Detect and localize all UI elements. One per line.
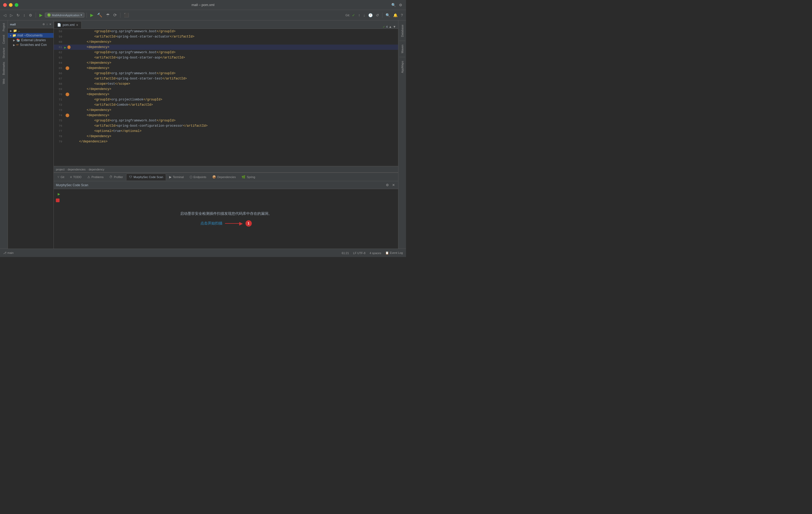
panel-settings-icon[interactable]: ⚙	[385, 182, 390, 188]
toolbar-separator-3	[120, 12, 120, 18]
status-position[interactable]: 61:21	[341, 251, 350, 255]
forward-icon[interactable]: ▷	[9, 12, 14, 18]
sidebar-item-web[interactable]: Web	[2, 77, 6, 85]
sidebar-appmaps-label[interactable]: AppMaps	[400, 59, 405, 75]
tab-murphysec-label: MurphySec Code Scan	[134, 175, 163, 179]
project-close-icon[interactable]: ✕	[49, 23, 51, 26]
tab-git[interactable]: ⑂ Git	[55, 174, 67, 180]
close-button[interactable]	[3, 3, 7, 7]
scroll-up-icon[interactable]: ▲	[389, 25, 392, 29]
tab-problems-label: Problems	[91, 175, 104, 179]
line-num-70: 70	[54, 92, 64, 97]
run-config-button[interactable]: ▶	[89, 12, 95, 18]
tab-problems[interactable]: ⚠ Problems	[85, 174, 106, 180]
tree-item-dotdot[interactable]: ▶ 📁 ..	[8, 28, 54, 33]
bottom-panel: ⑂ Git ≡ TODO ⚠ Problems ⏱ Profiler	[54, 173, 398, 249]
sidebar-maven-label[interactable]: Maven	[400, 42, 405, 55]
back-icon[interactable]: ◁	[2, 12, 8, 18]
project-panel: mall ⚙ ↕ ✕ ▶ 📁 .. ▾ 📁 mall ~/Documents ▶…	[8, 21, 54, 249]
tree-item-ext-label: External Libraries	[21, 38, 46, 42]
status-indent[interactable]: 4 spaces	[369, 251, 382, 255]
scan-arrow-indicator: 点击开始扫描 ▶ 1	[200, 220, 252, 227]
nav-icon-3[interactable]: ↕	[22, 12, 27, 18]
git-history-icon[interactable]: 🕐	[367, 12, 374, 18]
breakpoint-icon-70[interactable]	[65, 92, 69, 96]
sidebar-item-bookmarks[interactable]: Bookmarks	[2, 60, 6, 77]
minimize-button[interactable]	[9, 3, 12, 7]
code-line-66: 66 <groupId>org.springframework.boot</gr…	[54, 71, 398, 76]
tree-item-ext-libs[interactable]: ▶ 📚 External Libraries	[8, 38, 54, 42]
tab-terminal[interactable]: ▶ Terminal	[167, 174, 186, 180]
tab-dependencies[interactable]: 📦 Dependencies	[209, 174, 238, 180]
line-content-60: </dependency>	[70, 39, 398, 44]
panel-close-icon[interactable]: ✕	[391, 182, 396, 188]
line-content-61: <dependency>	[70, 45, 398, 50]
status-branch[interactable]: ⎇ main	[2, 251, 15, 255]
window-controls	[3, 3, 18, 7]
code-line-75: 75 <groupId>org.springframework.boot</gr…	[54, 118, 398, 123]
panel-header: MurphySec Code Scan ⚙ ✕	[54, 181, 398, 189]
status-event-log[interactable]: 📋 Event Log	[384, 251, 404, 255]
tab-todo[interactable]: ≡ TODO	[67, 174, 84, 180]
global-search-icon[interactable]: 🔍	[384, 12, 391, 18]
status-encoding[interactable]: LF UTF-8	[352, 251, 367, 255]
breakpoint-icon-61[interactable]	[67, 46, 70, 49]
git-counter-icon: ✓	[383, 25, 385, 29]
breakpoint-icon-65[interactable]	[65, 66, 69, 70]
tab-murphysec[interactable]: 🛡 MurphySec Code Scan	[126, 174, 166, 180]
sidebar-database-label[interactable]: Database	[400, 23, 405, 39]
code-line-72: 72 <artifactId>lombok</artifactId>	[54, 102, 398, 108]
tab-spring[interactable]: 🌿 Spring	[239, 174, 258, 180]
breakpoint-icon-74[interactable]	[65, 114, 69, 117]
code-editor[interactable]: 58 <groupId>org.springframework.boot</gr…	[54, 29, 398, 166]
code-line-60: 60 </dependency>	[54, 39, 398, 45]
git-check-icon[interactable]: ✓	[351, 12, 356, 18]
tree-item-scratches[interactable]: ▶ ✏ Scratches and Con	[8, 42, 54, 47]
profile-button[interactable]: ⟳	[112, 12, 118, 18]
line-content-77: <optional>true</optional>	[70, 129, 398, 134]
gutter-61: ▶	[64, 46, 70, 49]
terminal-tab-icon: ▶	[169, 175, 172, 179]
maximize-button[interactable]	[15, 3, 18, 7]
tab-endpoints[interactable]: ⬡ Endpoints	[187, 174, 209, 180]
tab-close-icon[interactable]: ✕	[76, 24, 78, 27]
help-icon[interactable]: ?	[400, 12, 404, 18]
app-selector[interactable]: 🟢 MallAdminApplication ▾	[45, 12, 84, 18]
git-revert-icon[interactable]: ↺	[375, 12, 380, 18]
toolbar-separator	[36, 12, 36, 18]
scan-stop-button[interactable]	[56, 199, 60, 202]
right-sidebar: Database Maven AppMaps	[398, 21, 406, 249]
sidebar-item-project[interactable]: Project	[2, 22, 6, 33]
git-push-icon[interactable]: ↑	[357, 12, 361, 18]
breadcrumb-dependencies[interactable]: dependencies	[68, 168, 86, 171]
toolbar-separator-4	[382, 12, 382, 18]
build-button[interactable]: 🔨	[96, 12, 104, 18]
tree-item-mall[interactable]: ▾ 📁 mall ~/Documents	[8, 33, 54, 38]
sidebar-item-structure[interactable]: Structure	[2, 46, 6, 60]
settings-gear-icon[interactable]: ⚙	[28, 12, 34, 18]
tab-todo-label: TODO	[73, 175, 82, 179]
sidebar-item-commit[interactable]: Commit	[2, 33, 6, 46]
run-button[interactable]: ▶	[38, 12, 44, 18]
git-pull-icon[interactable]: ↓	[362, 12, 366, 18]
project-collapse-icon[interactable]: ↕	[47, 23, 48, 26]
breadcrumb-dependency[interactable]: dependency	[89, 168, 105, 171]
endpoints-tab-icon: ⬡	[190, 175, 192, 179]
main-toolbar: ◁ ▷ ↻ ↕ ⚙ ▶ 🟢 MallAdminApplication ▾ ▶ 🔨…	[0, 10, 406, 21]
tab-pom-xml[interactable]: 📄 pom.xml ✕	[54, 21, 82, 29]
scroll-down-icon[interactable]: ▼	[393, 25, 396, 29]
tab-profiler[interactable]: ⏱ Profiler	[107, 174, 126, 180]
line-num-67: 67	[54, 77, 64, 81]
coverage-button[interactable]: ☂	[105, 12, 111, 18]
scan-link[interactable]: 点击开始扫描	[200, 221, 223, 226]
nav-icon-2[interactable]: ↻	[15, 12, 21, 18]
breadcrumb-project[interactable]: project	[56, 168, 64, 171]
project-gear-icon[interactable]: ⚙	[42, 23, 45, 26]
line-num-63: 63	[54, 56, 64, 60]
settings-icon[interactable]: ⚙	[398, 2, 403, 8]
search-icon[interactable]: 🔍	[390, 2, 397, 8]
notifications-icon[interactable]: 🔔	[392, 12, 399, 18]
scan-run-button[interactable]: ▶	[56, 191, 62, 197]
line-num-72: 72	[54, 103, 64, 107]
stop-button[interactable]: ⬛	[122, 12, 130, 18]
